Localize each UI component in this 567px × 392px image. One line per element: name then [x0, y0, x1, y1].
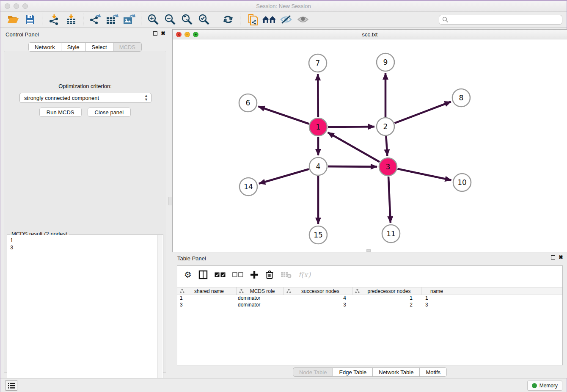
table-cell[interactable]: 3 — [284, 302, 352, 309]
graph-node-label-2: 2 — [383, 122, 388, 131]
zoom-selected-button[interactable] — [195, 13, 212, 26]
memory-status-icon — [532, 383, 537, 388]
graph-edge-3-11[interactable] — [388, 177, 391, 223]
graph-edge-2-8[interactable] — [395, 102, 451, 123]
open-session-button[interactable] — [5, 13, 22, 26]
tab-select[interactable]: Select — [86, 42, 113, 52]
hide-selected-button[interactable] — [278, 13, 295, 26]
unchecked-boxes-icon — [232, 272, 243, 278]
export-table-icon — [106, 14, 118, 25]
table-row[interactable]: 1dominator411 — [177, 295, 562, 302]
refresh-layout-button[interactable] — [220, 13, 237, 26]
gear-icon: ⚙ — [184, 270, 192, 280]
export-table-button[interactable] — [104, 13, 121, 26]
graph-node-label-8: 8 — [459, 94, 464, 102]
import-network-icon — [49, 14, 60, 25]
add-column-button[interactable] — [250, 268, 259, 281]
graph-node-label-15: 15 — [314, 231, 323, 239]
result-scrollbar[interactable] — [157, 235, 162, 392]
close-panel-icon[interactable]: ✖ — [161, 31, 165, 36]
search-icon — [442, 17, 449, 23]
table-cell[interactable]: 3 — [177, 302, 236, 309]
toolbar-separator — [42, 14, 42, 25]
control-panel-header: Control Panel ✖ — [0, 30, 170, 39]
float-panel-icon[interactable] — [153, 31, 157, 36]
tab-node-table[interactable]: Node Table — [293, 367, 333, 377]
graph-edge-3-10[interactable] — [398, 169, 451, 180]
delete-table-button[interactable] — [281, 268, 292, 281]
tab-mcds[interactable]: MCDS — [113, 42, 142, 52]
table-cell[interactable]: 2 — [352, 302, 421, 309]
column-header-successor-nodes[interactable]: successor nodes — [284, 287, 352, 295]
canvas-splitter-grip[interactable] — [366, 249, 371, 252]
graph-edge-2-3[interactable] — [386, 136, 387, 156]
table-cell[interactable]: dominator — [236, 295, 284, 302]
tab-style[interactable]: Style — [61, 42, 86, 52]
tab-network[interactable]: Network — [28, 42, 61, 52]
graph-edge-1-2[interactable] — [328, 127, 374, 127]
table-panel-header: Table Panel ✖ — [172, 254, 567, 263]
export-network-button[interactable] — [87, 13, 104, 26]
column-settings-button[interactable]: ⚙ — [184, 268, 192, 281]
select-all-rows-button[interactable] — [215, 268, 226, 281]
main-titlebar: Session: New Session — [0, 1, 567, 12]
network-window-titlebar[interactable]: ✕ − + scc.txt — [173, 30, 567, 39]
import-network-button[interactable] — [46, 13, 63, 26]
clone-network-button[interactable] — [244, 13, 261, 26]
run-mcds-button[interactable]: Run MCDS — [39, 108, 82, 117]
task-list-icon — [8, 382, 15, 389]
close-table-panel-icon[interactable]: ✖ — [559, 255, 563, 259]
import-table-icon — [66, 14, 77, 25]
table-row[interactable]: 3dominator323 — [177, 302, 562, 309]
tab-motifs[interactable]: Motifs — [420, 367, 447, 377]
trash-icon — [265, 270, 274, 279]
first-neighbors-button[interactable] — [261, 13, 278, 26]
graph-edge-1-7[interactable] — [318, 74, 318, 117]
fx-icon: f(x) — [298, 271, 311, 279]
show-columns-button[interactable] — [198, 268, 208, 281]
zoom-out-icon — [164, 14, 176, 25]
export-image-button[interactable] — [121, 13, 138, 26]
show-all-button[interactable] — [295, 13, 311, 26]
zoom-fit-button[interactable] — [179, 13, 195, 26]
column-header-MCDS-role[interactable]: MCDS role — [236, 287, 284, 295]
criterion-select[interactable]: strongly connected component ▲▼ — [19, 93, 151, 103]
save-session-button[interactable] — [22, 13, 39, 26]
node-table: shared nameMCDS rolesuccessor nodesprede… — [177, 287, 562, 309]
table-cell[interactable]: dominator — [236, 302, 284, 309]
main-toolbar — [0, 12, 567, 28]
zoom-in-button[interactable] — [145, 13, 162, 26]
search-input[interactable] — [439, 15, 562, 25]
tree-icon — [286, 289, 291, 293]
float-table-panel-icon[interactable] — [551, 255, 555, 259]
table-cell[interactable]: 1 — [421, 295, 457, 302]
import-table-button[interactable] — [63, 13, 80, 26]
splitter-handle[interactable] — [168, 197, 172, 205]
graph-edge-4-14[interactable] — [259, 169, 309, 183]
window-title: Session: New Session — [0, 3, 567, 9]
table-cell[interactable]: 1 — [177, 295, 236, 302]
delete-column-button[interactable] — [265, 268, 274, 281]
column-header-label: name — [421, 288, 457, 294]
zoom-out-button[interactable] — [162, 13, 179, 26]
task-history-button[interactable] — [6, 380, 17, 391]
deselect-all-rows-button[interactable] — [232, 268, 243, 281]
network-canvas[interactable]: 7968124314101511 — [173, 39, 567, 252]
column-header-shared-name[interactable]: shared name — [177, 287, 236, 295]
tab-edge-table[interactable]: Edge Table — [333, 367, 373, 377]
graph-edge-1-6[interactable] — [259, 106, 309, 124]
tab-network-table[interactable]: Network Table — [373, 367, 420, 377]
toolbar-separator — [141, 14, 141, 25]
memory-button[interactable]: Memory — [527, 381, 562, 391]
graph-edge-3-1[interactable] — [328, 133, 380, 162]
open-folder-icon — [7, 14, 19, 25]
column-header-predecessor-nodes[interactable]: predecessor nodes — [352, 287, 421, 295]
column-header-name[interactable]: name — [421, 287, 457, 295]
table-cell[interactable]: 3 — [421, 302, 457, 309]
close-panel-button[interactable]: Close panel — [88, 108, 131, 117]
graph-node-label-6: 6 — [246, 99, 250, 107]
graph-edge-4-3[interactable] — [328, 166, 377, 167]
function-builder-button[interactable]: f(x) — [298, 268, 311, 281]
table-cell[interactable]: 1 — [352, 295, 421, 302]
table-cell[interactable]: 4 — [284, 295, 352, 302]
